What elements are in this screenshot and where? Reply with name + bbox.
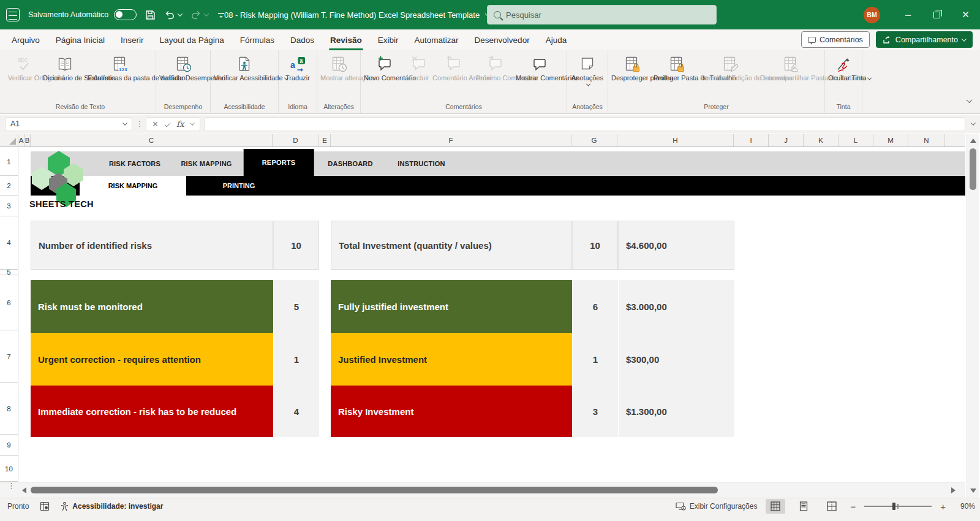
risk-row-value[interactable]: 4 bbox=[273, 386, 319, 437]
row-header-6[interactable]: 6 bbox=[0, 275, 18, 330]
formula-bar-handle[interactable]: ⋮ bbox=[136, 123, 142, 126]
restore-button[interactable] bbox=[922, 0, 951, 29]
close-button[interactable]: ✕ bbox=[951, 0, 980, 29]
column-header-h[interactable]: H bbox=[617, 134, 734, 146]
ribbon-tab-inserir[interactable]: Inserir bbox=[113, 29, 152, 50]
minimize-button[interactable]: ─ bbox=[894, 0, 922, 29]
navtab-risk-factors[interactable]: RISK FACTORS bbox=[109, 151, 160, 176]
ribbon-tab-desenvolvedor[interactable]: Desenvolvedor bbox=[467, 29, 538, 50]
row-header-8[interactable]: 8 bbox=[0, 383, 18, 435]
row-header-1[interactable]: 1 bbox=[0, 148, 18, 176]
zoom-in-button[interactable]: + bbox=[940, 501, 946, 512]
ribbon-button-ocultar-tinta[interactable]: Ocultar Tinta bbox=[828, 53, 859, 82]
page-layout-view-button[interactable] bbox=[794, 499, 813, 514]
subtab-risk-mapping[interactable]: RISK MAPPING bbox=[80, 176, 186, 196]
ribbon-button-dicionario-de-sinonimos[interactable]: Dicionário de Sinônimos bbox=[43, 53, 87, 82]
ribbon-tab-pagina-inicial[interactable]: Página Inicial bbox=[48, 29, 113, 50]
zoom-out-button[interactable]: − bbox=[850, 501, 856, 512]
investment-row-qty[interactable]: 6 bbox=[572, 280, 618, 333]
column-header-i[interactable]: I bbox=[734, 134, 769, 146]
horizontal-scrollbar[interactable]: ⋮ bbox=[0, 482, 965, 498]
investment-row-amount[interactable]: $300,00 bbox=[618, 333, 734, 386]
column-header-d[interactable]: D bbox=[273, 134, 319, 146]
vertical-scrollbar[interactable] bbox=[967, 134, 979, 498]
ribbon-button-desproteger-planilha[interactable]: Desproteger planilha bbox=[611, 53, 653, 82]
document-title[interactable]: 08 - Risk Mapping (William T. Fine Metho… bbox=[224, 0, 489, 29]
ribbon-tab-revisao[interactable]: Revisão bbox=[322, 29, 370, 50]
ribbon-tab-formulas[interactable]: Fórmulas bbox=[232, 29, 282, 50]
column-header-k[interactable]: K bbox=[804, 134, 839, 146]
navtab-reports[interactable]: REPORTS bbox=[244, 149, 314, 176]
risk-row-label[interactable]: Risk must be monitored bbox=[31, 280, 273, 333]
ribbon-button-proteger-pasta-de-trabalho[interactable]: Proteger Pasta de Trabalho bbox=[654, 53, 700, 82]
row-header-5[interactable]: 5 bbox=[0, 270, 18, 275]
normal-view-button[interactable] bbox=[766, 499, 785, 514]
investment-row-amount[interactable]: $3.000,00 bbox=[618, 280, 734, 333]
row-header-2[interactable]: 2 bbox=[0, 176, 18, 196]
navtab-risk-mapping[interactable]: RISK MAPPING bbox=[181, 151, 232, 176]
column-header-n[interactable]: N bbox=[908, 134, 945, 146]
ribbon-tab-dados[interactable]: Dados bbox=[282, 29, 322, 50]
autosave-control[interactable]: Salvamento Automático bbox=[28, 9, 137, 20]
worksheet[interactable]: RISK FACTORSRISK MAPPINGREPORTSDASHBOARD… bbox=[18, 148, 965, 482]
ribbon-tab-ajuda[interactable]: Ajuda bbox=[538, 29, 575, 50]
accessibility-status[interactable]: Acessibilidade: investigar bbox=[61, 502, 163, 511]
page-break-view-button[interactable] bbox=[822, 499, 842, 514]
expand-formula-bar-icon[interactable] bbox=[971, 120, 976, 125]
zoom-slider-thumb[interactable] bbox=[892, 503, 895, 510]
ribbon-tab-exibir[interactable]: Exibir bbox=[370, 29, 407, 50]
column-header-c[interactable]: C bbox=[31, 134, 273, 146]
column-header-f[interactable]: F bbox=[331, 134, 571, 146]
sheet-tabs-resize-handle[interactable]: ⋮ bbox=[7, 484, 15, 488]
column-header-l[interactable]: L bbox=[839, 134, 873, 146]
column-header-e[interactable]: E bbox=[319, 134, 331, 146]
comments-button[interactable]: Comentários bbox=[801, 31, 870, 48]
display-settings-button[interactable]: Exibir Configurações bbox=[676, 502, 758, 511]
ribbon-button-mostrar-comentarios[interactable]: Mostrar Comentários bbox=[516, 53, 564, 82]
scroll-up-icon[interactable] bbox=[970, 139, 976, 143]
horizontal-scroll-thumb[interactable] bbox=[31, 487, 718, 493]
scroll-left-icon[interactable] bbox=[22, 487, 26, 493]
summary-investment-amount-cell[interactable]: $4.600,00 bbox=[618, 221, 734, 270]
investment-row-label[interactable]: Fully justified investment bbox=[331, 280, 572, 333]
ribbon-tab-layout-da-pagina[interactable]: Layout da Página bbox=[152, 29, 232, 50]
column-header-a[interactable]: A bbox=[18, 134, 24, 146]
navtab-dashboard[interactable]: DASHBOARD bbox=[328, 151, 372, 176]
row-header-4[interactable]: 4 bbox=[0, 216, 18, 270]
investment-row-label[interactable]: Justified Investment bbox=[331, 333, 572, 386]
insert-function-button[interactable]: fx bbox=[176, 119, 184, 129]
ribbon-button-estatisticas-da-pasta-de-trabalho[interactable]: 123Estatísticas da pasta de trabalho bbox=[88, 53, 153, 82]
investment-row-qty[interactable]: 3 bbox=[572, 386, 618, 437]
scroll-right-icon[interactable] bbox=[951, 487, 956, 493]
select-all-corner[interactable] bbox=[0, 134, 18, 146]
summary-investment-qty-cell[interactable]: 10 bbox=[572, 221, 618, 270]
risk-row-label[interactable]: Urgent correction - requires attention bbox=[31, 333, 273, 386]
avatar[interactable]: BM bbox=[864, 7, 880, 23]
column-header-b[interactable]: B bbox=[24, 134, 31, 146]
column-header-j[interactable]: J bbox=[769, 134, 804, 146]
summary-risks-value-cell[interactable]: 10 bbox=[273, 221, 319, 270]
column-header-g[interactable]: G bbox=[571, 134, 617, 146]
risk-row-value[interactable]: 1 bbox=[273, 333, 319, 386]
macro-recording-icon[interactable] bbox=[40, 501, 50, 511]
ribbon-button-novo-comentario[interactable]: Novo Comentário bbox=[364, 53, 405, 82]
search-input[interactable] bbox=[506, 10, 710, 20]
ribbon-button-verificar-acessibilidade[interactable]: Verificar Acessibilidade bbox=[214, 53, 275, 82]
navtab-instruction[interactable]: INSTRUCTION bbox=[398, 151, 445, 176]
share-button[interactable]: Compartilhamento bbox=[876, 31, 973, 48]
row-header-3[interactable]: 3 bbox=[0, 196, 18, 216]
column-header-m[interactable]: M bbox=[873, 134, 908, 146]
zoom-level[interactable]: 90% bbox=[954, 502, 975, 511]
investment-row-amount[interactable]: $1.300,00 bbox=[618, 386, 734, 437]
name-box[interactable]: A1 bbox=[5, 117, 132, 131]
undo-button[interactable] bbox=[164, 9, 182, 20]
investment-row-qty[interactable]: 1 bbox=[572, 333, 618, 386]
save-button[interactable] bbox=[145, 10, 156, 20]
scroll-down-icon[interactable] bbox=[970, 489, 976, 493]
ribbon-tab-automatizar[interactable]: Automatizar bbox=[407, 29, 467, 50]
row-header-10[interactable]: 10 bbox=[0, 456, 18, 482]
summary-investment-label-cell[interactable]: Total Investment (quantity / values) bbox=[331, 221, 572, 270]
formula-input[interactable] bbox=[204, 117, 965, 131]
summary-risks-label-cell[interactable]: Number of identified risks bbox=[31, 221, 273, 270]
risk-row-value[interactable]: 5 bbox=[273, 280, 319, 333]
